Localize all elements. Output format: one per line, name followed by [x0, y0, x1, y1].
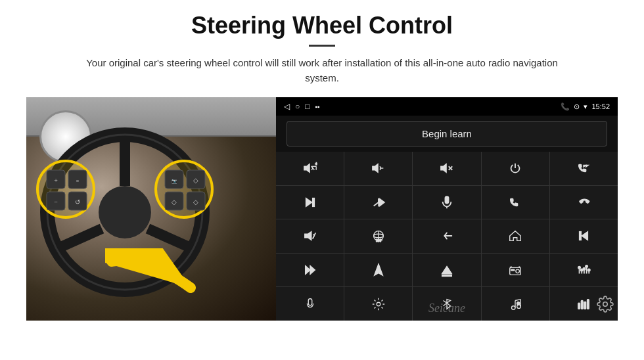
horn-button[interactable] [276, 219, 344, 253]
svg-rect-79 [582, 300, 584, 309]
svg-rect-40 [445, 196, 449, 204]
svg-point-4 [99, 186, 151, 238]
vol-down-button[interactable] [344, 152, 412, 185]
svg-point-66 [583, 267, 586, 270]
svg-point-82 [603, 302, 608, 307]
svg-marker-52 [442, 267, 452, 274]
svg-text:+: + [54, 177, 58, 184]
status-right: 📞 ⊙ ▾ 15:52 [561, 102, 610, 111]
svg-point-72 [512, 305, 516, 309]
home-nav-button[interactable] [482, 219, 549, 253]
microphone-button[interactable] [413, 186, 480, 219]
svg-point-67 [586, 265, 588, 268]
svg-point-64 [578, 267, 581, 269]
steering-wheel-panel: + ≡ − ↺ 📷 ◇ ◇ ◇ [26, 97, 276, 321]
svg-marker-49 [582, 232, 588, 240]
svg-rect-80 [584, 302, 586, 309]
svg-text:◇: ◇ [193, 198, 198, 206]
svg-rect-81 [587, 299, 589, 309]
svg-marker-42 [304, 232, 311, 240]
begin-learn-bar: Begin learn [276, 116, 618, 152]
vol-up-button[interactable]: + [276, 152, 344, 185]
power-button[interactable] [482, 152, 549, 185]
svg-marker-28 [373, 164, 378, 173]
page-wrapper: Steering Wheel Control Your original car… [0, 0, 644, 360]
svg-line-43 [312, 233, 315, 239]
svg-text:+: + [315, 162, 317, 168]
gear-icon [597, 296, 614, 313]
ff-skip-button[interactable] [344, 186, 412, 219]
button-highlight-right: 📷 ◇ ◇ ◇ [154, 160, 214, 219]
equalizer-button[interactable] [550, 254, 618, 287]
mic2-button[interactable] [276, 287, 344, 321]
location-status-icon: ⊙ [574, 102, 580, 111]
recent-apps-icon[interactable]: □ [305, 102, 310, 112]
svg-marker-50 [305, 266, 310, 275]
right-buttons: 📷 ◇ ◇ ◇ [164, 169, 206, 212]
360-view-button[interactable]: 360° [344, 219, 412, 253]
svg-text:◇: ◇ [193, 177, 198, 184]
next-track-button[interactable] [276, 186, 344, 219]
left-buttons: + ≡ − ↺ [45, 169, 88, 212]
svg-rect-35 [312, 198, 314, 206]
bluetooth-button[interactable] [413, 287, 480, 321]
svg-rect-56 [511, 269, 515, 271]
android-panel: ◁ ○ □ ▪▪ 📞 ⊙ ▾ 15:52 Begin learn [276, 97, 618, 321]
svg-marker-30 [441, 164, 446, 173]
svg-text:↺: ↺ [75, 198, 80, 206]
hang-up-button[interactable] [550, 186, 618, 219]
svg-line-2 [58, 229, 102, 248]
svg-text:≡: ≡ [76, 178, 80, 184]
eject-button[interactable] [413, 254, 480, 287]
android-ui-wrapper: ◁ ○ □ ▪▪ 📞 ⊙ ▾ 15:52 Begin learn [276, 97, 618, 321]
back-nav-button[interactable] [413, 219, 480, 253]
back-icon[interactable]: ◁ [284, 102, 290, 112]
signal-icon: ▪▪ [315, 103, 320, 110]
home-circle-icon[interactable]: ○ [295, 102, 300, 112]
page-subtitle: Your original car's steering wheel contr… [72, 56, 572, 85]
button-highlight-left: + ≡ − ↺ [36, 160, 95, 219]
svg-marker-51 [310, 266, 315, 275]
radio-button[interactable] [482, 254, 549, 287]
svg-point-68 [588, 269, 591, 271]
svg-text:360°: 360° [376, 240, 382, 243]
svg-text:◇: ◇ [172, 198, 177, 206]
phone-status-icon: 📞 [561, 102, 570, 111]
svg-rect-78 [578, 303, 580, 309]
svg-rect-53 [442, 275, 452, 276]
svg-text:⚙: ⚙ [517, 302, 520, 305]
navigation-button[interactable] [344, 254, 412, 287]
phone-call-button[interactable] [482, 186, 549, 219]
svg-marker-33 [584, 166, 588, 168]
phone-prev-button[interactable] [550, 152, 618, 185]
svg-text:−: − [54, 198, 58, 206]
content-row: + ≡ − ↺ 📷 ◇ ◇ ◇ [26, 97, 618, 321]
svg-point-55 [516, 269, 520, 273]
status-left: ◁ ○ □ ▪▪ [284, 102, 320, 112]
svg-line-70 [443, 303, 447, 306]
svg-line-76 [515, 299, 520, 300]
svg-marker-23 [304, 164, 309, 173]
svg-marker-34 [306, 198, 311, 206]
svg-marker-39 [380, 198, 384, 206]
svg-text:📷: 📷 [172, 178, 177, 184]
svg-rect-48 [580, 232, 582, 240]
svg-line-36 [373, 202, 378, 206]
prev-media-button[interactable] [550, 219, 618, 253]
settings-corner-icon[interactable] [597, 296, 614, 317]
svg-line-71 [443, 300, 447, 303]
android-statusbar: ◁ ○ □ ▪▪ 📞 ⊙ ▾ 15:52 [276, 97, 618, 116]
mute-button[interactable] [413, 152, 480, 185]
music-settings-button[interactable]: ⚙ [482, 287, 549, 321]
wifi-status-icon: ▾ [584, 102, 587, 111]
time-display: 15:52 [591, 102, 610, 110]
yellow-arrow [105, 248, 210, 301]
begin-learn-button[interactable]: Begin learn [287, 121, 607, 146]
settings2-button[interactable] [344, 287, 412, 321]
svg-point-69 [377, 302, 380, 306]
ff2-button[interactable] [276, 254, 344, 287]
svg-line-3 [148, 229, 192, 248]
page-title: Steering Wheel Control [191, 12, 453, 39]
function-icon-grid: + [276, 152, 618, 321]
title-divider [309, 45, 335, 47]
